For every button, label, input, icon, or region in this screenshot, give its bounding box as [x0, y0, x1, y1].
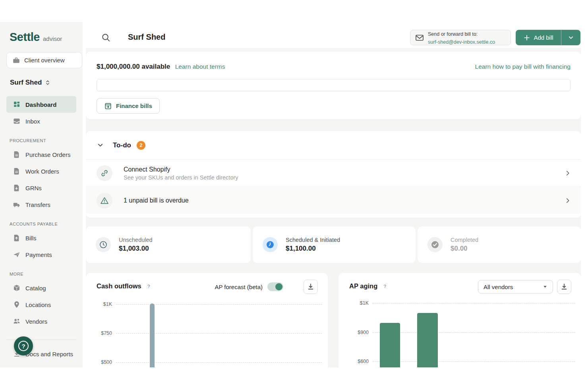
collapse-chevron-icon[interactable] — [97, 141, 104, 149]
ap-aging-title: AP aging — [349, 282, 377, 290]
chevron-right-icon — [564, 197, 571, 204]
sidebar-item-purchase-orders[interactable]: Purchase Orders — [6, 146, 76, 163]
aging-ytick-600: $600 — [346, 359, 369, 364]
advisor-label: advisor — [43, 35, 62, 42]
add-bill-button[interactable]: Add bill — [516, 30, 561, 45]
todo-item-texts: Connect Shopify See your SKUs and orders… — [124, 166, 553, 181]
sidebar-nav: Dashboard Inbox PROCUREMENT Purchase Ord… — [0, 96, 83, 330]
client-overview-label: Client overview — [24, 57, 65, 64]
forward-bill-box[interactable]: Send or forward bill to: surf-shed@dev-i… — [410, 30, 511, 45]
sidebar-item-label: GRNs — [25, 185, 42, 191]
section-more: MORE — [10, 272, 83, 276]
sidebar-item-grns[interactable]: GRNs — [6, 180, 76, 196]
aging-ytick-900: $900 — [346, 330, 369, 335]
status-card-scheduled: Scheduled & Initiated $1,100.00 — [253, 226, 416, 263]
sidebar-item-label: Docs and Reports — [25, 351, 73, 357]
ap-forecast-toggle[interactable] — [267, 282, 283, 291]
sidebar-item-transfers[interactable]: Transfers — [6, 196, 76, 213]
sidebar-item-vendors[interactable]: Vendors — [6, 313, 76, 330]
status-card-unscheduled: Unscheduled $1,003.00 — [86, 226, 251, 263]
status-texts: Unscheduled $1,003.00 — [119, 237, 153, 253]
sidebar: Settle advisor Client overview Surf Shed… — [0, 22, 83, 367]
cash-ytick-1k: $1K — [90, 301, 112, 307]
gridline — [116, 304, 322, 305]
caret-down-icon — [542, 284, 548, 290]
ap-aging-card: AP aging ? All vendors $1K $900 $600 — [338, 273, 581, 367]
briefcase-icon — [12, 56, 20, 64]
link-icon — [97, 165, 112, 181]
download-icon — [307, 283, 315, 291]
gridline — [116, 333, 322, 334]
forward-bill-label: Send or forward bill to: — [428, 31, 478, 37]
cash-outflows-download-button[interactable] — [304, 280, 318, 294]
grn-file-download-icon — [13, 184, 21, 192]
check-circle-icon — [427, 237, 443, 252]
app-canvas: Settle advisor Client overview Surf Shed… — [0, 0, 588, 392]
send-icon — [13, 251, 21, 259]
sidebar-item-label: Purchase Orders — [25, 151, 70, 158]
sidebar-item-label: Work Orders — [25, 168, 59, 175]
sidebar-item-dashboard[interactable]: Dashboard — [6, 96, 76, 113]
finance-bills-label: Finance bills — [116, 102, 152, 109]
sidebar-item-work-orders[interactable]: Work Orders — [6, 163, 76, 180]
sidebar-item-label: Vendors — [25, 318, 47, 325]
sidebar-item-label: Inbox — [25, 118, 40, 125]
help-fab-button[interactable]: ? — [14, 336, 33, 355]
forecast-bar — [150, 303, 155, 367]
todo-item-subtitle: See your SKUs and orders in Settle direc… — [124, 174, 553, 181]
dashboard-grid-icon — [13, 100, 21, 108]
add-bill-label: Add bill — [534, 34, 553, 41]
clock-filled-icon — [263, 237, 278, 252]
todo-item-overdue-bill[interactable]: 1 unpaid bill is overdue — [86, 187, 581, 214]
forward-bill-text: Send or forward bill to: surf-shed@dev-i… — [428, 30, 495, 45]
package-icon — [13, 284, 21, 292]
status-value: $1,100.00 — [286, 245, 340, 253]
sidebar-item-bills[interactable]: Bills — [6, 230, 76, 246]
todo-item-texts: 1 unpaid bill is overdue — [124, 197, 553, 204]
status-value: $0.00 — [451, 245, 478, 253]
cash-outflows-card: Cash outflows ? AP forecast (beta) $1K $… — [86, 273, 328, 367]
search-icon — [101, 33, 111, 42]
sidebar-item-catalog[interactable]: Catalog — [6, 280, 76, 296]
todo-item-title: 1 unpaid bill is overdue — [124, 197, 553, 204]
chevron-up-down-icon — [45, 79, 50, 86]
sidebar-item-label: Transfers — [25, 201, 50, 208]
vendor-filter-value: All vendors — [484, 284, 513, 290]
forward-bill-email: surf-shed@dev-inbox.settle.co — [428, 39, 495, 45]
finance-bills-button[interactable]: Finance bills — [97, 98, 160, 114]
help-circle-icon[interactable]: ? — [381, 283, 388, 290]
todo-item-connect-shopify[interactable]: Connect Shopify See your SKUs and orders… — [86, 160, 581, 187]
sidebar-item-locations[interactable]: Locations — [6, 296, 76, 313]
sidebar-item-label: Catalog — [25, 285, 46, 292]
help-circle-icon[interactable]: ? — [145, 283, 152, 290]
search-button[interactable] — [101, 33, 111, 42]
vendor-filter-select[interactable]: All vendors — [478, 280, 553, 294]
client-overview-button[interactable]: Client overview — [6, 52, 82, 68]
download-icon — [560, 283, 568, 291]
todo-header: To-do 2 — [86, 131, 581, 160]
cash-ytick-750: $750 — [90, 330, 112, 336]
truck-icon — [13, 201, 21, 209]
org-switcher[interactable]: Surf Shed — [10, 79, 50, 87]
cash-ytick-500: $500 — [90, 359, 112, 365]
add-bill-split-button: Add bill — [516, 30, 580, 45]
aging-bar-1 — [380, 323, 400, 367]
learn-about-terms-link[interactable]: Learn about terms — [175, 63, 225, 70]
logo: Settle advisor — [10, 31, 62, 44]
envelope-icon — [415, 33, 424, 42]
status-label: Completed — [451, 237, 478, 243]
add-bill-dropdown-button[interactable] — [561, 30, 580, 45]
learn-financing-link[interactable]: Learn how to pay bill with financing — [475, 63, 571, 70]
chevron-right-icon — [564, 170, 571, 177]
todo-item-title: Connect Shopify — [124, 166, 553, 173]
todo-title: To-do — [113, 141, 131, 149]
ap-aging-download-button[interactable] — [557, 280, 571, 294]
gridline — [116, 362, 322, 363]
ap-forecast-toggle-label: AP forecast (beta) — [215, 284, 263, 290]
sidebar-item-label: Locations — [25, 301, 51, 308]
warning-triangle-icon — [97, 193, 112, 209]
available-amount: $1,000,000.00 available — [97, 63, 170, 70]
bill-file-upload-icon — [13, 234, 21, 242]
sidebar-item-payments[interactable]: Payments — [6, 246, 76, 263]
sidebar-item-inbox[interactable]: Inbox — [6, 113, 76, 129]
